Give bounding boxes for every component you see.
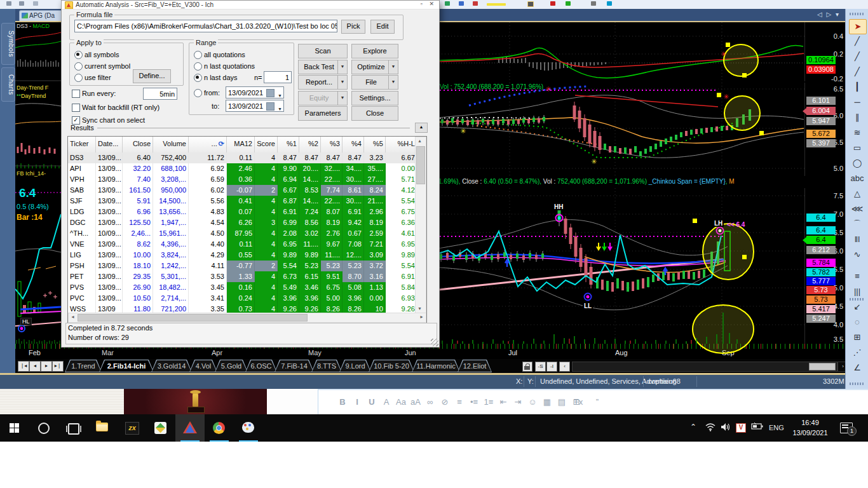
table-row[interactable]: PET13/09...29.355,301,...3.531.3346.736.… (68, 271, 415, 282)
task-view-button[interactable] (58, 414, 88, 442)
n-input[interactable]: 1 (264, 71, 292, 83)
run-every-checkbox[interactable] (72, 90, 80, 98)
table-row[interactable]: SAB13/09...161.50950,0006.02-0.0726.678.… (68, 185, 415, 196)
upper-price-pane[interactable]: ✳ ✳ ✳ ✳ (438, 83, 804, 176)
to-date-input[interactable]: 13/09/2021 ▼ (226, 100, 284, 112)
sheet-tab-3gold14[interactable]: 3.Gold14 (151, 360, 192, 372)
run-every-label[interactable]: Run every: (82, 90, 116, 97)
sheet-tab-10fib520[interactable]: 10.Fib 5-20 (369, 360, 414, 372)
sheet-tab-4vol[interactable]: 4.Vol (189, 360, 217, 372)
toolbar-icon-fragment[interactable] (566, 1, 571, 6)
dialog-restore-button[interactable]: ▫ (421, 1, 423, 7)
results-hscrollbar[interactable]: ◂ ▸ (68, 313, 426, 323)
vertical-line-icon[interactable]: ┃ (849, 80, 865, 94)
sheet-tab-1trend[interactable]: 1.Trend (65, 360, 102, 372)
table-row[interactable]: PVS13/09...26.9018,482...3.450.1645.493.… (68, 282, 415, 293)
change-case-icon[interactable]: aA (409, 395, 423, 409)
pick-button[interactable]: Pick (341, 20, 365, 34)
first-sheet-button[interactable]: ❘◂ (18, 361, 29, 372)
main-chart-panel[interactable]: ✳ 0.40.2-0.20.109640.03908 Vol : 752,400… (438, 22, 845, 344)
emoji-icon[interactable]: ☺ (526, 395, 539, 409)
bullet-list-icon[interactable]: •≡ (467, 395, 481, 409)
equity-dropdown[interactable]: ▼ (337, 92, 347, 105)
main-price-pane[interactable]: HH LL LH << 6.4 (438, 188, 804, 344)
radio-n-last-quotations[interactable] (194, 62, 202, 71)
calendar-icon[interactable] (266, 89, 275, 97)
indent-icon[interactable]: ⇥ (511, 395, 525, 409)
date-dropdown-icon[interactable]: ▼ (278, 90, 282, 98)
sidebar-tab-symbols[interactable]: Symbols (1, 23, 15, 65)
scroll-left-button[interactable]: ‹ (559, 362, 570, 372)
shift-s-button[interactable]: -S (535, 362, 546, 372)
results-hscrollbar-thumb[interactable] (78, 314, 308, 322)
dialog-resize-grip[interactable] (431, 339, 438, 346)
define-button[interactable]: Define... (133, 69, 171, 83)
text-color-icon[interactable]: A (379, 395, 393, 409)
table-row[interactable]: DGC13/09...125.501,947,...4.546.2636.998… (68, 217, 415, 228)
table-row[interactable]: LIG13/09...10.003,824,...4.290.5549.899.… (68, 250, 415, 261)
toolbar-icon-fragment[interactable] (19, 1, 24, 6)
gann-lines-icon[interactable]: ≡ (849, 269, 865, 283)
clock[interactable]: 16:49 13/09/2021 (788, 417, 832, 438)
radio-all-symbols-label[interactable]: all symbols (85, 51, 119, 58)
rectangle-tool-icon[interactable]: ▭ (849, 141, 865, 155)
optimize-dropdown[interactable]: ▼ (388, 60, 398, 74)
column-header-score[interactable]: Score (255, 137, 278, 152)
column-header-5[interactable]: %5 (364, 137, 386, 152)
start-button[interactable] (0, 414, 29, 442)
sheet-scrollbar[interactable] (572, 362, 837, 372)
cycle-lines-icon[interactable]: ǁǀ (849, 233, 865, 247)
toolbar-icon-fragment[interactable] (459, 1, 464, 6)
table-row[interactable]: WSS13/0911.80721,2003.350.7349.269.268.2… (68, 304, 415, 313)
text-tool-icon[interactable]: abc (849, 172, 865, 186)
column-header-close[interactable]: Close (123, 137, 153, 152)
toolbar-grip[interactable] (850, 298, 864, 301)
volume-icon[interactable] (721, 423, 731, 431)
calendar-icon[interactable] (266, 102, 275, 111)
toolbar-icon-fragment[interactable] (33, 1, 38, 6)
file-explorer-button[interactable] (88, 414, 117, 442)
left-chart-panel[interactable]: DS3 - MACD (15, 22, 61, 344)
cortana-button[interactable] (29, 414, 58, 442)
align-icon[interactable]: ≡ (452, 395, 466, 409)
toolbar-grip[interactable] (850, 383, 864, 385)
parallel-lines-icon[interactable]: ∥ (849, 111, 865, 125)
radio-all-quotations[interactable] (194, 51, 202, 59)
column-header-hl[interactable]: %H-L (386, 137, 415, 152)
table-row[interactable]: PSH13/09...18.101,242,...4.11-0.7725.545… (68, 261, 415, 271)
toolbar-icon-fragment[interactable] (527, 1, 534, 7)
pointer-tool-icon[interactable]: ➤ (849, 19, 867, 34)
vlc-tray-icon[interactable]: V (736, 423, 746, 433)
unlink-icon[interactable]: ⊘ (438, 395, 452, 409)
gann-fan-icon[interactable]: ⋰ (849, 346, 865, 360)
column-header-[interactable]: ...⟳ (189, 137, 227, 152)
parameters-button[interactable]: Parameters (298, 106, 348, 121)
last-sheet-button[interactable]: ▸❘ (52, 361, 64, 372)
collapse-results-button[interactable]: ▲ (415, 123, 428, 133)
spiral-tool-icon[interactable]: ◌ (849, 315, 865, 329)
wait-backfill-checkbox[interactable] (72, 104, 80, 112)
toolbar-grip[interactable] (850, 13, 864, 15)
toolbar-icon-fragment[interactable] (607, 1, 612, 6)
radio-from-label[interactable]: from: (204, 89, 220, 97)
media-icon[interactable]: ▤ (555, 395, 569, 409)
ellipse-tool-icon[interactable]: ◯ (849, 156, 865, 170)
pivot-grid-icon[interactable]: ⊞ (849, 330, 865, 344)
document-tab-apg[interactable]: APG (Da (19, 10, 62, 22)
radio-n-last-days-label[interactable]: n last days (204, 74, 238, 81)
table-row[interactable]: VNE13/09...8.624,396,...4.400.1146.9511.… (68, 239, 415, 250)
numbered-list-icon[interactable]: 1≡ (482, 395, 496, 409)
column-header-date[interactable]: Date... (96, 137, 123, 152)
column-header-3[interactable]: %3 (321, 137, 342, 152)
back-test-button[interactable]: Back Test▼ (298, 60, 348, 74)
arrow-tool-icon[interactable]: ↙ (849, 300, 865, 314)
radio-current-symbol[interactable] (74, 62, 83, 71)
run-every-input[interactable]: 5min (143, 88, 177, 100)
trend-line-icon[interactable]: ╱ (849, 34, 865, 48)
action-center-button[interactable]: 1 (840, 423, 853, 433)
prev-sheet-button[interactable]: ◂ (29, 361, 41, 372)
radio-current-symbol-label[interactable]: current symbol (85, 62, 130, 70)
table-row[interactable]: VPH13/09...7.403,208,...6.590.3646.9414.… (68, 174, 415, 185)
battery-icon[interactable] (751, 423, 764, 430)
report-button[interactable]: Report...▼ (298, 75, 348, 90)
